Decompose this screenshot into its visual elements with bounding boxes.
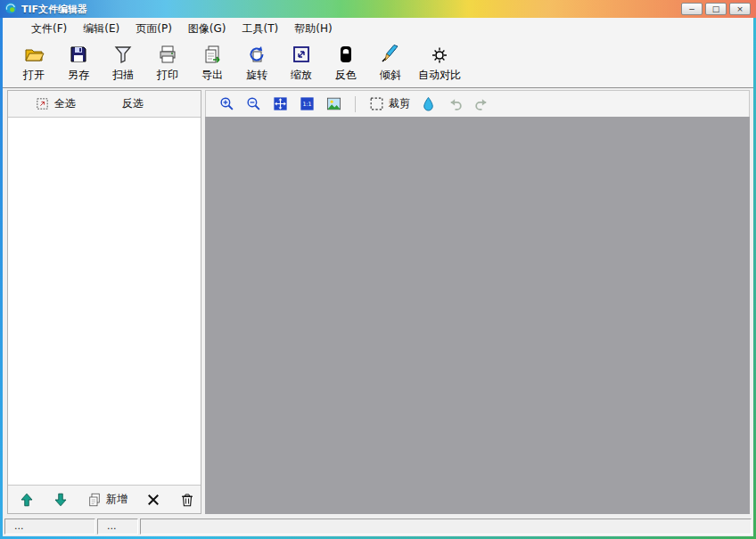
deskew-button[interactable]: 倾斜	[370, 41, 411, 86]
move-down-button[interactable]	[53, 492, 69, 508]
despeckle-button[interactable]	[420, 95, 437, 112]
save-as-button[interactable]: 另存	[58, 41, 99, 86]
zoom-scale-button[interactable]: 缩放	[281, 41, 322, 86]
titlebar: TIF文件编辑器 − □ ×	[0, 0, 756, 18]
rotate-icon	[246, 44, 267, 65]
workspace: 全选 反选	[3, 88, 753, 516]
print-label: 打印	[157, 68, 178, 83]
add-page-button[interactable]: 新增	[86, 492, 127, 508]
main-toolbar: 打开 另存 扫描	[3, 39, 753, 88]
menu-item-help[interactable]: 帮助(H)	[287, 19, 339, 39]
page-thumbnail-list[interactable]	[8, 118, 201, 485]
select-all-icon	[35, 96, 50, 111]
zoom-in-icon	[218, 95, 235, 112]
redo-button[interactable]	[473, 95, 490, 112]
toolbar-separator	[355, 96, 356, 112]
invert-color-button[interactable]: 反色	[325, 41, 366, 86]
menu-bar: 文件(F) 编辑(E) 页面(P) 图像(G) 工具(T) 帮助(H)	[3, 18, 753, 39]
editor-area: 1:1	[205, 90, 750, 514]
deskew-label: 倾斜	[380, 68, 401, 83]
one-to-one-icon: 1:1	[299, 95, 316, 112]
delete-all-button[interactable]	[179, 492, 195, 508]
add-page-icon	[86, 492, 103, 508]
zoom-in-button[interactable]	[218, 95, 235, 112]
app-window: TIF文件编辑器 − □ × 文件(F) 编辑(E) 页面(P) 图像(G) 工…	[0, 0, 756, 539]
export-icon	[201, 44, 223, 65]
fit-to-window-icon	[272, 95, 289, 112]
trash-icon	[179, 492, 195, 508]
invert-icon	[335, 44, 357, 65]
print-icon	[157, 44, 178, 65]
open-folder-icon	[23, 44, 45, 65]
arrow-up-icon	[19, 492, 35, 508]
undo-button[interactable]	[447, 95, 464, 112]
menu-item-image[interactable]: 图像(G)	[181, 19, 234, 39]
open-button[interactable]: 打开	[13, 41, 54, 86]
minimize-button[interactable]: −	[681, 3, 703, 15]
scan-button[interactable]: 扫描	[103, 41, 144, 86]
menu-item-tools[interactable]: 工具(T)	[235, 19, 286, 39]
move-up-button[interactable]	[19, 492, 35, 508]
status-cell-3	[140, 519, 752, 535]
image-view-button[interactable]	[325, 95, 342, 112]
save-icon	[68, 44, 89, 65]
window-title: TIF文件编辑器	[21, 3, 87, 16]
scan-label: 扫描	[112, 68, 134, 83]
canvas-toolbar: 1:1	[205, 90, 750, 117]
export-button[interactable]: 导出	[192, 41, 233, 86]
auto-contrast-button[interactable]: 自动对比	[415, 41, 464, 86]
undo-icon	[447, 95, 464, 112]
image-icon	[325, 95, 342, 112]
rotate-label: 旋转	[246, 68, 267, 83]
droplet-icon	[420, 95, 437, 112]
window-frame: 文件(F) 编辑(E) 页面(P) 图像(G) 工具(T) 帮助(H) 打开	[3, 18, 753, 536]
window-controls: − □ ×	[681, 3, 751, 15]
select-all-button[interactable]: 全选	[35, 96, 76, 111]
crop-marquee-icon	[368, 95, 385, 112]
status-bar: ... ...	[3, 516, 753, 536]
open-label: 打开	[23, 68, 45, 83]
page-list-panel: 全选 反选	[7, 90, 201, 514]
resize-icon	[291, 44, 312, 65]
auto-contrast-label: 自动对比	[418, 68, 461, 83]
zoom-scale-label: 缩放	[291, 68, 312, 83]
menu-item-edit[interactable]: 编辑(E)	[76, 19, 127, 39]
svg-text:1:1: 1:1	[302, 101, 311, 107]
menu-item-file[interactable]: 文件(F)	[24, 19, 74, 39]
page-list-footer: 新增	[8, 485, 201, 513]
print-button[interactable]: 打印	[147, 41, 188, 86]
status-cell-2: ...	[97, 519, 138, 535]
status-cell-1: ...	[4, 519, 95, 535]
redo-icon	[473, 95, 490, 112]
menu-item-page[interactable]: 页面(P)	[128, 19, 179, 39]
add-page-label: 新增	[106, 492, 127, 507]
crop-button[interactable]: 裁剪	[368, 95, 410, 112]
fit-to-window-button[interactable]	[272, 95, 289, 112]
scan-icon	[112, 44, 134, 65]
select-all-label: 全选	[54, 96, 76, 111]
image-canvas[interactable]	[205, 117, 750, 514]
crop-label: 裁剪	[389, 96, 410, 111]
rotate-button[interactable]: 旋转	[236, 41, 277, 86]
arrow-down-icon	[53, 492, 69, 508]
skew-icon	[380, 44, 401, 65]
actual-size-button[interactable]: 1:1	[299, 95, 316, 112]
maximize-button[interactable]: □	[705, 3, 727, 15]
app-icon	[4, 1, 17, 18]
close-button[interactable]: ×	[729, 3, 751, 15]
save-as-label: 另存	[68, 68, 89, 83]
invert-color-label: 反色	[335, 68, 357, 83]
auto-contrast-icon	[429, 44, 450, 65]
export-label: 导出	[201, 68, 223, 83]
zoom-out-button[interactable]	[245, 95, 262, 112]
delete-x-icon	[145, 492, 161, 508]
invert-selection-button[interactable]: 反选	[122, 96, 144, 111]
invert-selection-label: 反选	[122, 96, 144, 111]
page-list-header: 全选 反选	[8, 91, 201, 118]
remove-page-button[interactable]	[145, 492, 161, 508]
zoom-out-icon	[245, 95, 262, 112]
